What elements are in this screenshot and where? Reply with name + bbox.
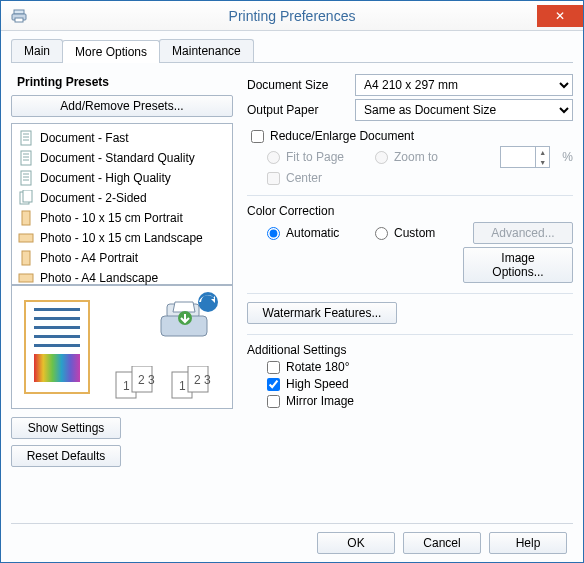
photo-landscape-icon <box>18 230 34 246</box>
svg-rect-17 <box>22 211 30 225</box>
preset-label: Document - Fast <box>40 131 129 145</box>
preset-item[interactable]: Document - 2-Sided <box>18 188 226 208</box>
additional-settings-title: Additional Settings <box>247 343 573 357</box>
left-column: Printing Presets Add/Remove Presets... D… <box>11 71 233 467</box>
percent-label: % <box>562 150 573 164</box>
reduce-enlarge-checkbox[interactable] <box>251 130 264 143</box>
svg-text:2 3: 2 3 <box>138 373 155 387</box>
high-speed-label: High Speed <box>286 377 349 391</box>
cancel-button[interactable]: Cancel <box>403 532 481 554</box>
right-column: Document Size A4 210 x 297 mm Output Pap… <box>247 71 573 467</box>
svg-rect-19 <box>22 251 30 265</box>
presets-title: Printing Presets <box>17 75 233 89</box>
document-2sided-icon <box>18 190 34 206</box>
watermark-button[interactable]: Watermark Features... <box>247 302 397 324</box>
svg-rect-0 <box>14 10 24 14</box>
reset-defaults-button[interactable]: Reset Defaults <box>11 445 121 467</box>
help-button[interactable]: Help <box>489 532 567 554</box>
color-correction-title: Color Correction <box>247 204 573 218</box>
svg-rect-18 <box>19 234 33 242</box>
preset-label: Photo - 10 x 15 cm Landscape <box>40 231 203 245</box>
preset-item[interactable]: Photo - 10 x 15 cm Portrait <box>18 208 226 228</box>
photo-portrait-icon <box>18 250 34 266</box>
zoom-spin[interactable]: ▲▼ <box>500 146 550 168</box>
preset-label: Photo - 10 x 15 cm Portrait <box>40 211 183 225</box>
advanced-button[interactable]: Advanced... <box>473 222 573 244</box>
svg-text:2 3: 2 3 <box>194 373 211 387</box>
close-button[interactable]: ✕ <box>537 5 583 27</box>
tab-maintenance[interactable]: Maintenance <box>159 39 254 62</box>
ok-button[interactable]: OK <box>317 532 395 554</box>
document-size-select[interactable]: A4 210 x 297 mm <box>355 74 573 96</box>
tab-bar: Main More Options Maintenance <box>11 39 573 63</box>
preset-label: Document - 2-Sided <box>40 191 147 205</box>
copies-icon: 12 3 <box>170 366 216 400</box>
preset-item[interactable]: Document - High Quality <box>18 168 226 188</box>
window: Printing Preferences ✕ Main More Options… <box>0 0 584 563</box>
svg-rect-7 <box>21 151 31 165</box>
preset-item[interactable]: Photo - A4 Portrait <box>18 248 226 268</box>
svg-rect-11 <box>21 171 31 185</box>
spin-up-icon[interactable]: ▲ <box>535 147 549 157</box>
fit-to-page-radio[interactable] <box>267 151 280 164</box>
output-paper-select[interactable]: Same as Document Size <box>355 99 573 121</box>
preview-box: 12 3 12 3 <box>11 285 233 409</box>
printer-icon <box>11 8 27 24</box>
document-icon <box>18 170 34 186</box>
automatic-radio[interactable] <box>267 227 280 240</box>
preview-page-icon <box>24 300 90 394</box>
preset-label: Photo - A4 Portrait <box>40 251 138 265</box>
center-label: Center <box>286 171 322 185</box>
preset-item[interactable]: Photo - 10 x 15 cm Landscape <box>18 228 226 248</box>
automatic-label: Automatic <box>286 226 339 240</box>
fit-to-page-label: Fit to Page <box>286 150 344 164</box>
high-speed-checkbox[interactable] <box>267 378 280 391</box>
preset-label: Document - Standard Quality <box>40 151 195 165</box>
rotate-checkbox[interactable] <box>267 361 280 374</box>
titlebar: Printing Preferences ✕ <box>1 1 583 31</box>
svg-rect-2 <box>15 18 23 22</box>
svg-text:1: 1 <box>123 379 130 393</box>
photo-portrait-icon <box>18 210 34 226</box>
left-buttons: Show Settings Reset Defaults <box>11 417 121 467</box>
mirror-label: Mirror Image <box>286 394 354 408</box>
custom-radio[interactable] <box>375 227 388 240</box>
rotate-label: Rotate 180° <box>286 360 350 374</box>
zoom-to-radio[interactable] <box>375 151 388 164</box>
center-checkbox[interactable] <box>267 172 280 185</box>
photo-landscape-icon <box>18 270 34 286</box>
preset-item[interactable]: Document - Fast <box>18 128 226 148</box>
reduce-enlarge-label: Reduce/Enlarge Document <box>270 129 414 143</box>
client-area: Main More Options Maintenance Printing P… <box>1 31 583 562</box>
svg-rect-3 <box>21 131 31 145</box>
preset-item[interactable]: Document - Standard Quality <box>18 148 226 168</box>
close-icon: ✕ <box>555 9 565 23</box>
document-icon <box>18 130 34 146</box>
printer-large-icon <box>157 300 212 348</box>
svg-rect-20 <box>19 274 33 282</box>
footer: OK Cancel Help <box>11 523 573 556</box>
tab-main[interactable]: Main <box>11 39 63 62</box>
svg-rect-16 <box>23 190 32 202</box>
show-settings-button[interactable]: Show Settings <box>11 417 121 439</box>
custom-label: Custom <box>394 226 435 240</box>
add-remove-presets-button[interactable]: Add/Remove Presets... <box>11 95 233 117</box>
panel-body: Printing Presets Add/Remove Presets... D… <box>11 71 573 467</box>
presets-list[interactable]: Document - Fast Document - Standard Qual… <box>11 123 233 285</box>
preset-label: Document - High Quality <box>40 171 171 185</box>
image-options-button[interactable]: Image Options... <box>463 247 573 283</box>
zoom-to-label: Zoom to <box>394 150 438 164</box>
document-size-label: Document Size <box>247 78 347 92</box>
output-paper-label: Output Paper <box>247 103 347 117</box>
window-title: Printing Preferences <box>1 8 583 24</box>
mirror-checkbox[interactable] <box>267 395 280 408</box>
spin-down-icon[interactable]: ▼ <box>535 157 549 167</box>
copies-icon: 12 3 <box>114 366 160 400</box>
preset-label: Photo - A4 Landscape <box>40 271 158 285</box>
tab-more-options[interactable]: More Options <box>62 40 160 63</box>
document-icon <box>18 150 34 166</box>
svg-text:1: 1 <box>179 379 186 393</box>
